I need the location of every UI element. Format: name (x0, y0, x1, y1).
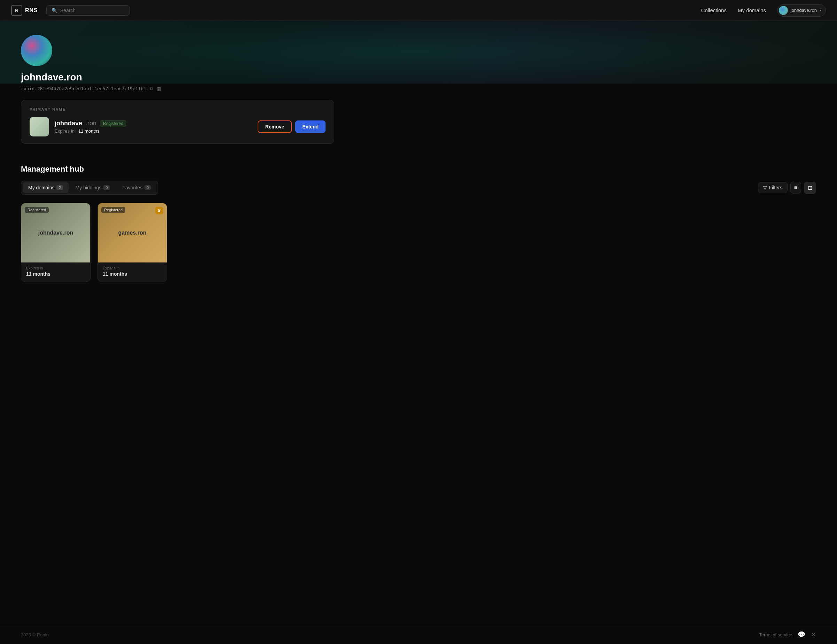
card-registered-badge: Registered (101, 207, 125, 213)
card-footer: Expires in 11 months (21, 262, 90, 282)
card-domain-name: johndave.ron (38, 230, 73, 236)
avatar (779, 6, 788, 15)
expires-text: Expires in: 11 months (55, 128, 252, 134)
management-hub: Management hub My domains 2 My biddings … (0, 154, 837, 292)
card-expires-label: Expires in (26, 266, 85, 270)
tabs-left: My domains 2 My biddings 0 Favorites 0 (21, 181, 158, 195)
domain-name-row: johndave .ron Registered (55, 120, 252, 127)
primary-row: johndave .ron Registered Expires in: 11 … (30, 117, 325, 136)
management-hub-title: Management hub (21, 165, 816, 174)
card-expires-label: Expires in (103, 266, 162, 270)
tabs-row: My domains 2 My biddings 0 Favorites 0 ▽… (21, 181, 816, 195)
footer: 2023 © Ronin Terms of service 💬 ✕ (0, 625, 837, 644)
list-icon: ≡ (794, 185, 797, 190)
tabs-right: ▽ Filters ≡ ⊞ (758, 182, 816, 194)
logo-icon: R (11, 5, 22, 16)
tab-my-biddings-count: 0 (103, 185, 110, 190)
card-footer: Expires in 11 months (98, 262, 167, 282)
search-input[interactable] (60, 8, 125, 13)
hero-section: johndave.ron ronin:28fe94d7ba2e9ced1abff… (0, 21, 837, 154)
nav-right: Collections My domains johndave.ron ▾ (701, 4, 826, 17)
footer-right: Terms of service 💬 ✕ (759, 631, 816, 638)
action-buttons: Remove Extend (258, 120, 325, 133)
filter-icon: ▽ (763, 185, 767, 190)
search-icon: 🔍 (51, 8, 57, 13)
domain-name-extension: .ron (85, 120, 97, 127)
card-registered-badge: Registered (25, 207, 49, 213)
card-expires-value: 11 months (103, 271, 162, 277)
chat-icon[interactable]: 💬 (798, 631, 805, 638)
remove-button[interactable]: Remove (258, 120, 292, 133)
extend-button[interactable]: Extend (295, 120, 325, 133)
profile-name: johndave.ron (21, 72, 816, 83)
user-name: johndave.ron (791, 8, 817, 13)
grid-icon: ⊞ (808, 185, 812, 191)
primary-name-card: PRIMARY NAME johndave .ron Registered Ex… (21, 100, 334, 144)
filters-button[interactable]: ▽ Filters (758, 182, 788, 193)
chevron-down-icon: ▾ (820, 8, 821, 12)
footer-copyright: 2023 © Ronin (21, 632, 49, 637)
qr-code-icon[interactable]: ▦ (157, 86, 161, 92)
domain-card[interactable]: Registered ♛ games.ron Expires in 11 mon… (97, 203, 167, 282)
user-badge[interactable]: johndave.ron ▾ (777, 4, 826, 17)
domain-thumbnail (30, 117, 49, 136)
expires-value: 11 months (78, 128, 100, 134)
profile-avatar (21, 35, 52, 66)
search-bar[interactable]: 🔍 (46, 5, 130, 16)
card-image-games: Registered ♛ games.ron (98, 203, 167, 262)
tab-my-domains[interactable]: My domains 2 (23, 182, 69, 193)
registered-badge: Registered (100, 120, 126, 127)
domain-name-bold: johndave (55, 120, 82, 127)
grid-view-button[interactable]: ⊞ (804, 182, 816, 194)
navbar: R RNS 🔍 Collections My domains johndave.… (0, 0, 837, 21)
primary-name-label: PRIMARY NAME (30, 107, 325, 111)
domain-info: johndave .ron Registered Expires in: 11 … (55, 120, 252, 134)
domain-card[interactable]: Registered johndave.ron Expires in 11 mo… (21, 203, 90, 282)
copy-address-icon[interactable]: ⧉ (150, 86, 153, 92)
list-view-button[interactable]: ≡ (790, 182, 801, 193)
tab-my-biddings[interactable]: My biddings 0 (70, 182, 116, 193)
crown-icon: ♛ (155, 207, 163, 215)
logo-text: RNS (25, 7, 38, 13)
my-domains-link[interactable]: My domains (738, 7, 766, 13)
tab-favorites[interactable]: Favorites 0 (117, 182, 156, 193)
x-twitter-icon[interactable]: ✕ (811, 631, 816, 638)
wallet-address: ronin:28fe94d7ba2e9ced1abff1ec57c1eac7c1… (21, 86, 146, 91)
terms-of-service-link[interactable]: Terms of service (759, 632, 792, 637)
card-expires-value: 11 months (26, 271, 85, 277)
domain-cards-grid: Registered johndave.ron Expires in 11 mo… (21, 203, 816, 282)
hero-content: johndave.ron ronin:28fe94d7ba2e9ced1abff… (21, 35, 816, 144)
logo-area: R RNS (11, 5, 38, 16)
collections-link[interactable]: Collections (701, 7, 727, 13)
card-domain-name: games.ron (118, 230, 146, 236)
profile-address-row: ronin:28fe94d7ba2e9ced1abff1ec57c1eac7c1… (21, 86, 816, 92)
tab-my-domains-count: 2 (56, 185, 63, 190)
tab-favorites-count: 0 (144, 185, 151, 190)
card-image-johndave: Registered johndave.ron (21, 203, 90, 262)
